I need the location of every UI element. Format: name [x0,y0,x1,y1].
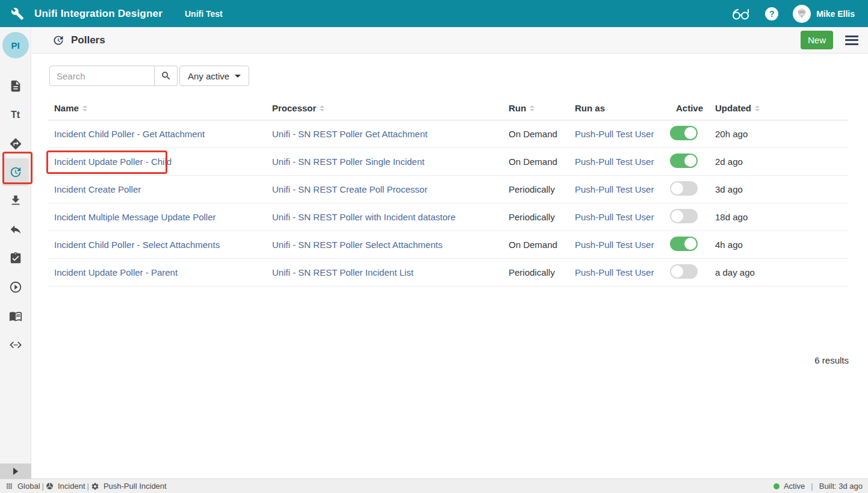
poller-name-link[interactable]: Incident Child Poller - Get Attachment [54,129,205,139]
status-label: Active [784,482,805,491]
reply-arrow-icon [9,223,22,236]
column-header-processor[interactable]: Processor [272,103,509,113]
separator: | [811,482,813,491]
processor-link[interactable]: Unifi - SN REST Poller Get Attachment [272,129,427,139]
column-header-updated[interactable]: Updated [715,103,849,113]
status-bar: Global | Incident | Push-Pull Incident A… [0,479,868,493]
clipboard-check-icon [9,252,22,265]
active-toggle[interactable] [670,264,698,279]
sidebar-item-text[interactable]: Tt [2,101,29,129]
separator: | [87,482,89,491]
run-value: On Demand [509,157,575,167]
column-header-run[interactable]: Run [509,103,575,113]
active-toggle[interactable] [670,126,698,140]
gear-icon [91,482,99,491]
processor-link[interactable]: Unifi - SN REST Poller Single Incident [272,157,424,167]
search-input[interactable] [49,66,155,86]
sort-icon [320,105,324,111]
wrench-icon [11,7,24,20]
play-circle-icon [9,281,22,294]
poller-name-link[interactable]: Incident Create Poller [54,184,141,194]
processor-link[interactable]: Unifi - SN REST Create Poll Processor [272,184,427,194]
column-header-name[interactable]: Name [48,103,272,113]
search-icon [161,70,172,81]
sidebar-item-pollers[interactable] [2,158,29,186]
updated-value: 20h ago [715,129,849,139]
sidebar-item-docs[interactable] [2,302,29,330]
run-value: On Demand [509,129,575,139]
table-row: Incident Child Poller - Get Attachment U… [48,120,849,148]
active-filter-dropdown[interactable]: Any active [179,66,249,86]
processor-link[interactable]: Unifi - SN REST Poller Incident List [272,267,414,278]
table-row: Incident Child Poller - Select Attachmen… [48,231,849,259]
app-label: Incident [58,482,85,491]
updated-value: 3d ago [715,184,849,194]
chevron-right-icon [13,468,18,475]
column-header-run-as: Run as [575,103,670,113]
updated-value: 2d ago [715,157,849,167]
active-toggle[interactable] [670,153,698,168]
sidebar-expand-button[interactable] [0,464,31,479]
hamburger-menu-icon[interactable] [845,36,858,45]
sidebar-item-directions[interactable] [2,129,29,158]
app-indicator[interactable]: Incident [46,482,85,491]
built-label: Built: 3d ago [819,482,863,491]
poller-name-link[interactable]: Incident Update Poller - Child [54,157,172,167]
new-button[interactable]: New [801,31,833,49]
search-button[interactable] [155,66,178,86]
table-row: Incident Update Poller - Child Unifi - S… [48,148,849,176]
processor-link[interactable]: Unifi - SN REST Poller with Incident dat… [272,212,456,222]
status-dot-icon [773,483,780,489]
run-as-link[interactable]: Push-Pull Test User [575,267,654,278]
scope-indicator[interactable]: Global [5,482,40,491]
run-as-link[interactable]: Push-Pull Test User [575,129,654,139]
sidebar-item-run[interactable] [2,273,29,302]
sidebar-item-download[interactable] [2,186,29,215]
pollers-table: Name Processor Run Run as Active Updated [48,96,849,287]
integration-indicator[interactable]: Push-Pull Incident [91,482,167,491]
poller-name-link[interactable]: Incident Child Poller - Select Attachmen… [54,240,220,250]
run-as-link[interactable]: Push-Pull Test User [575,212,654,222]
page-header: Pollers New [32,27,868,54]
column-header-active: Active [670,103,715,113]
sidebar-item-code[interactable] [2,330,29,359]
processor-link[interactable]: Unifi - SN REST Poller Select Attachment… [272,240,442,250]
separator: | [42,482,44,491]
sidebar-avatar[interactable]: PI [2,32,29,58]
download-icon [9,194,22,207]
sort-icon [755,105,760,111]
table-row: Incident Update Poller - Parent Unifi - … [48,259,849,287]
app-subtitle[interactable]: Unifi Test [185,9,223,19]
chevron-down-icon [235,75,241,78]
sidebar-item-reply[interactable] [2,215,29,244]
sidebar: PI Tt [0,27,31,479]
run-value: On Demand [509,240,575,250]
apps-grid-icon [5,482,13,490]
active-toggle[interactable] [670,181,698,196]
top-bar: Unifi Integration Designer Unifi Test ? … [0,0,868,27]
page-title: Pollers [71,34,105,46]
directions-diamond-icon [9,137,22,150]
run-as-link[interactable]: Push-Pull Test User [575,184,654,194]
help-icon[interactable]: ? [765,7,778,20]
updated-value: 4h ago [715,240,849,250]
active-toggle[interactable] [670,237,698,251]
filter-label: Any active [188,71,229,81]
avatar [793,5,811,23]
sidebar-item-tasks[interactable] [2,244,29,273]
active-toggle[interactable] [670,209,698,223]
updated-value: 18d ago [715,212,849,222]
sidebar-item-documents[interactable] [2,72,29,101]
updated-value: a day ago [715,267,849,278]
run-as-link[interactable]: Push-Pull Test User [575,157,654,167]
document-icon [9,79,22,93]
app-title: Unifi Integration Designer [34,8,163,20]
user-menu[interactable]: Mike Ellis [793,5,855,23]
sort-icon [82,105,87,111]
poller-update-icon [9,166,22,179]
poller-name-link[interactable]: Incident Multiple Message Update Poller [54,212,215,222]
glasses-icon[interactable] [731,7,751,21]
sort-icon [530,105,535,111]
run-as-link[interactable]: Push-Pull Test User [575,240,654,250]
poller-name-link[interactable]: Incident Update Poller - Parent [54,267,178,278]
